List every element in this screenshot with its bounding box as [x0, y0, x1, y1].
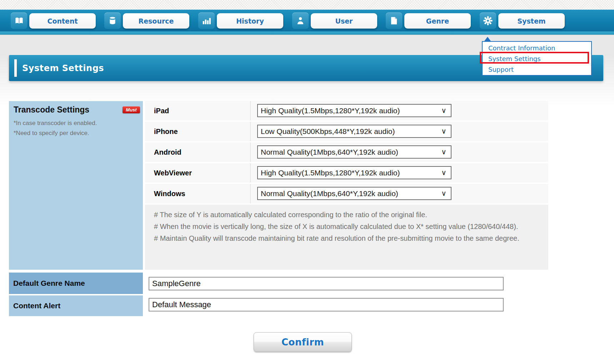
chevron-down-icon: ∨ — [441, 106, 446, 115]
database-icon[interactable] — [104, 13, 121, 29]
content-alert-input[interactable] — [149, 298, 504, 311]
gear-icon[interactable] — [480, 13, 496, 29]
page-top-texture — [0, 0, 614, 10]
device-row-iphone: iPhone Low Quality(500Kbps,448*Y,192k au… — [145, 122, 548, 141]
confirm-button[interactable]: Confirm — [254, 332, 352, 352]
nav-label: Genre — [426, 17, 449, 25]
dropdown-caret-icon — [484, 37, 491, 41]
default-genre-label: Default Genre Name — [13, 279, 85, 288]
chevron-down-icon: ∨ — [441, 168, 446, 177]
history-nav-button[interactable]: History — [217, 13, 283, 29]
webviewer-quality-select[interactable]: High Quality(1.5Mbps,1280*Y,192k audio) … — [257, 166, 451, 179]
person-icon[interactable] — [292, 13, 309, 29]
device-name-windows: Windows — [154, 184, 185, 203]
transcode-note-1: *In case transcoder is enabled. — [14, 118, 138, 128]
nav-label: System — [517, 17, 545, 25]
system-nav-button[interactable]: System — [498, 13, 565, 29]
hint-line-2: # When the movie is vertically long, the… — [154, 221, 538, 233]
hint-line-1: # The size of Y is automatically calcula… — [154, 209, 538, 221]
device-row-android: Android Normal Quality(1Mbps,640*Y,192k … — [145, 143, 548, 162]
book-icon[interactable] — [11, 13, 27, 29]
title-accent-bar — [14, 59, 17, 77]
must-badge: Must — [123, 106, 140, 113]
default-genre-label-cell: Default Genre Name — [9, 273, 143, 294]
transcode-settings-label: Transcode Settings — [14, 105, 138, 115]
nav-label: User — [335, 17, 353, 25]
page-title: System Settings — [22, 55, 104, 81]
navbar-bottom-strip — [0, 31, 614, 35]
transcode-settings-label-cell: Transcode Settings Must *In case transco… — [9, 101, 143, 270]
system-settings-screen: Content Resource History — [0, 0, 614, 364]
device-row-webviewer: WebViewer High Quality(1.5Mbps,1280*Y,19… — [145, 163, 548, 183]
device-name-iphone: iPhone — [154, 122, 178, 141]
iphone-quality-select[interactable]: Low Quality(500Kbps,448*Y,192k audio) ∨ — [257, 125, 451, 138]
device-name-webviewer: WebViewer — [154, 163, 192, 183]
content-alert-label-cell: Content Alert — [9, 295, 143, 316]
nav-label: History — [236, 17, 264, 25]
content-nav-button[interactable]: Content — [29, 13, 96, 29]
chevron-down-icon: ∨ — [441, 127, 446, 135]
android-quality-select[interactable]: Normal Quality(1Mbps,640*Y,192k audio) ∨ — [257, 145, 451, 159]
user-nav-button[interactable]: User — [311, 13, 377, 29]
device-name-android: Android — [154, 143, 181, 162]
device-row-ipad: iPad High Quality(1.5Mbps,1280*Y,192k au… — [145, 101, 548, 120]
device-name-ipad: iPad — [154, 101, 169, 120]
transcode-note-2: *Need to specify per device. — [14, 128, 138, 138]
bar-chart-icon[interactable] — [198, 13, 215, 29]
menu-item-support[interactable]: Support — [483, 64, 591, 75]
device-row-windows: Windows Normal Quality(1Mbps,640*Y,192k … — [145, 184, 548, 203]
hint-line-3: # Maintain Quality will transcode mainta… — [154, 233, 538, 244]
genre-nav-button[interactable]: Genre — [404, 13, 471, 29]
chevron-down-icon: ∨ — [441, 189, 446, 198]
default-genre-name-input[interactable] — [149, 277, 504, 290]
highlight-annotation-box — [480, 52, 589, 64]
nav-label: Resource — [139, 17, 174, 25]
content-alert-label: Content Alert — [13, 301, 60, 310]
nav-label: Content — [47, 17, 78, 25]
transcode-hint-notes: # The size of Y is automatically calcula… — [145, 205, 548, 270]
resource-nav-button[interactable]: Resource — [123, 13, 189, 29]
document-icon[interactable] — [386, 13, 402, 29]
ipad-quality-select[interactable]: High Quality(1.5Mbps,1280*Y,192k audio) … — [257, 104, 451, 117]
windows-quality-select[interactable]: Normal Quality(1Mbps,640*Y,192k audio) ∨ — [257, 187, 451, 200]
chevron-down-icon: ∨ — [441, 148, 446, 156]
